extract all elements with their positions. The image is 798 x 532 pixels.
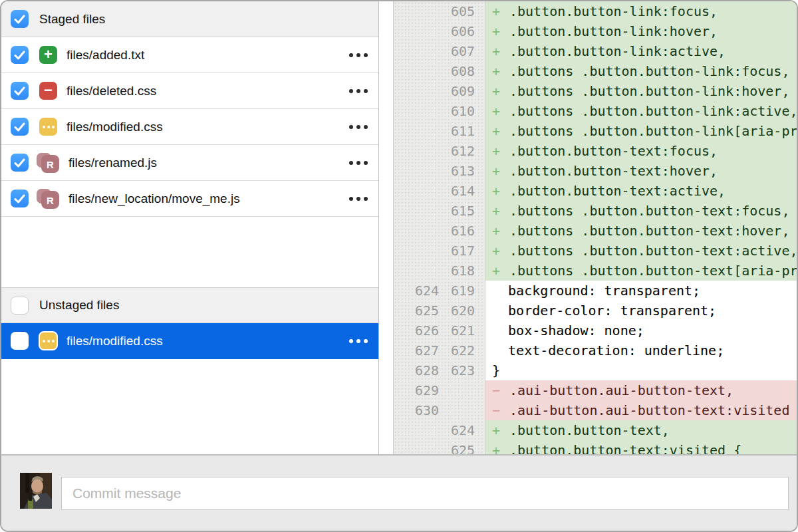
new-line-number: 622 [439,340,475,360]
diff-line: 626621 box-shadow: none; [394,321,797,340]
diff-line-gutter: 617 [394,241,485,261]
plus-sign: + [492,440,509,454]
diff-line-gutter: 630 [394,400,485,420]
diff-line-gutter: 608 [394,61,485,81]
new-line-number: 611 [439,121,475,141]
file-name: files/deleted.css [66,84,341,98]
added-status-icon: + [39,46,57,64]
old-line-number: 624 [394,281,439,301]
diff-line: 613+.button.button-text:hover, [394,161,797,181]
file-checkbox[interactable] [11,332,29,350]
diff-line: 630−.aui-button.aui-button-text:visited … [394,400,797,420]
plus-sign: + [492,141,509,161]
old-line-number [394,261,439,281]
file-checkbox[interactable] [11,190,29,207]
diff-line: 608+.buttons .button.button-link:focus, [394,61,797,81]
svg-text:R: R [47,195,54,206]
app-window: Staged files +files/added.txt−files/dele… [0,0,798,532]
old-line-number [394,420,439,440]
file-row[interactable]: files/modified.css [1,323,378,359]
old-line-number: 627 [394,340,439,360]
check-icon [14,15,25,24]
file-name: files/modified.css [66,334,341,348]
diff-line-gutter: 611 [394,121,485,141]
diff-line: 611+.buttons .button.button-link[aria-pr… [394,121,797,141]
diff-line-code: +.buttons .button.button-text:focus, [485,201,797,221]
diff-line: 605+.button.button-link:focus, [394,1,797,21]
file-checkbox[interactable] [11,118,29,136]
file-row[interactable]: −files/deleted.css [1,73,378,109]
plus-sign: + [492,21,509,41]
diff-line: 607+.button.button-link:active, [394,41,797,61]
file-row[interactable]: files/modified.css [1,109,378,145]
file-options-menu-icon[interactable] [349,339,368,343]
plus-sign: + [492,241,509,261]
file-name: files/renamed.js [68,156,341,170]
diff-line-code: +.button.button-text:hover, [485,161,797,181]
diff-line-gutter: 627622 [394,340,485,360]
modified-status-icon [39,118,57,136]
plus-sign: + [492,420,509,440]
diff-line-gutter: 613 [394,161,485,181]
diff-line: 616+.buttons .button.button-text:hover, [394,221,797,241]
new-line-number [439,400,475,420]
old-line-number [394,440,439,454]
diff-line-code: +.buttons .button.button-link:focus, [485,61,797,81]
diff-line-code: box-shadow: none; [485,321,797,340]
old-line-number [394,81,439,101]
file-list-panel: Staged files +files/added.txt−files/dele… [1,1,379,454]
diff-line-code: +.button.button-text:active, [485,181,797,201]
diff-line-gutter: 609 [394,81,485,101]
old-line-number [394,241,439,261]
plus-sign: + [492,41,509,61]
diff-line: 624+.button.button-text, [394,420,797,440]
commit-message-input[interactable] [61,477,789,510]
file-checkbox[interactable] [11,46,29,64]
old-line-number [394,61,439,81]
diff-line: 625620 border-color: transparent; [394,301,797,321]
diff-line: 625+.button.button-text:visited { [394,440,797,454]
staged-files-checkbox[interactable] [11,10,29,28]
svg-text:R: R [47,159,54,170]
unstaged-files-header: Unstaged files [1,287,378,323]
old-line-number [394,221,439,241]
file-options-menu-icon[interactable] [349,53,368,57]
staged-file-list: +files/added.txt−files/deleted.cssfiles/… [1,37,378,217]
diff-line-gutter: 605 [394,1,485,21]
new-line-number: 623 [439,360,475,380]
file-row[interactable]: +files/added.txt [1,37,378,73]
file-name: files/added.txt [66,48,341,63]
file-options-menu-icon[interactable] [349,89,368,93]
minus-sign: − [492,400,509,420]
diff-line-code: } [485,360,797,380]
file-row[interactable]: Rfiles/renamed.js [1,145,378,181]
unstaged-files-title: Unstaged files [39,298,119,313]
new-line-number: 621 [439,321,475,340]
plus-sign: + [492,101,509,121]
diff-line: 609+.buttons .button.button-link:hover, [394,81,797,101]
diff-line: 610+.buttons .button.button-link:active, [394,101,797,121]
diff-line-gutter: 624619 [394,281,485,301]
file-options-menu-icon[interactable] [349,197,368,201]
new-line-number: 613 [439,161,475,181]
file-row[interactable]: Rfiles/new_location/move_me.js [1,181,378,217]
commit-bar [1,454,797,531]
file-options-menu-icon[interactable] [349,161,368,165]
diff-line-gutter: 628623 [394,360,485,380]
diff-line: 627622 text-decoration: underline; [394,340,797,360]
diff-line: 615+.buttons .button.button-text:focus, [394,201,797,221]
diff-line: 618+.buttons .button.button-text[aria-pr… [394,261,797,281]
unstaged-file-list: files/modified.css [1,323,378,359]
diff-line-code: text-decoration: underline; [485,340,797,360]
diff-line-code: +.buttons .button.button-text:hover, [485,221,797,241]
unstaged-files-checkbox[interactable] [11,297,29,315]
diff-line: 606+.button.button-link:hover, [394,21,797,41]
renamed-status-icon: R [37,154,59,172]
old-line-number [394,21,439,41]
diff-line-gutter: 626621 [394,321,485,340]
old-line-number [394,41,439,61]
file-checkbox[interactable] [11,154,29,172]
file-options-menu-icon[interactable] [349,125,368,129]
file-checkbox[interactable] [11,82,29,100]
modified-status-icon [39,332,57,350]
